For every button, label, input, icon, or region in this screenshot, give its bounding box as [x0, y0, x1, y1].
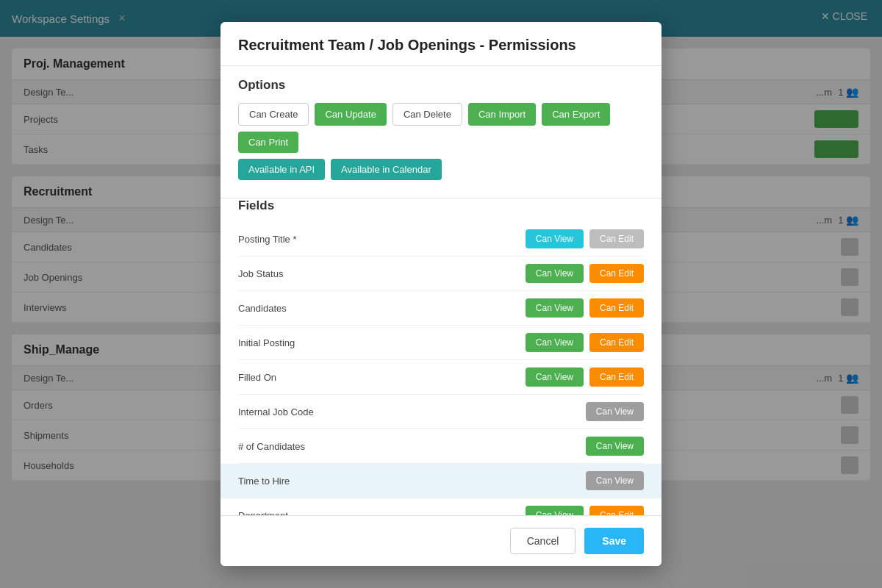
- can-edit-button[interactable]: Can Edit: [589, 333, 644, 352]
- field-name: Posting Title *: [238, 234, 526, 245]
- can-print-button[interactable]: Can Print: [238, 132, 298, 153]
- can-view-button[interactable]: Can View: [526, 333, 584, 352]
- permissions-modal: Recruitment Team / Job Openings - Permis…: [220, 22, 662, 566]
- field-actions: Can View: [586, 471, 644, 490]
- can-view-button[interactable]: Can View: [526, 298, 584, 318]
- modal-body: Options Can Create Can Update Can Delete…: [220, 66, 662, 515]
- field-name: Time to Hire: [238, 476, 586, 487]
- field-row-initial-posting: Initial Posting Can View Can Edit: [238, 326, 644, 360]
- available-in-api-button[interactable]: Available in API: [238, 159, 325, 180]
- can-view-button[interactable]: Can View: [586, 471, 644, 490]
- can-view-button[interactable]: Can View: [526, 506, 584, 515]
- field-name: Department: [238, 510, 526, 516]
- options-row-1: Can Create Can Update Can Delete Can Imp…: [238, 103, 644, 153]
- field-row-posting-title: Posting Title * Can View Can Edit: [238, 222, 644, 257]
- can-edit-button[interactable]: Can Edit: [589, 368, 644, 387]
- modal-footer: Cancel Save: [220, 515, 662, 566]
- available-in-calendar-button[interactable]: Available in Calendar: [331, 159, 442, 180]
- can-delete-button[interactable]: Can Delete: [392, 103, 462, 126]
- modal-header: Recruitment Team / Job Openings - Permis…: [220, 22, 662, 66]
- field-row-filled-on: Filled On Can View Can Edit: [238, 360, 644, 395]
- can-update-button[interactable]: Can Update: [315, 103, 386, 126]
- can-edit-button[interactable]: Can Edit: [589, 506, 644, 515]
- options-section-title: Options: [238, 78, 644, 93]
- field-actions: Can View Can Edit: [526, 298, 644, 318]
- field-name: Initial Posting: [238, 337, 526, 348]
- field-name: Filled On: [238, 372, 526, 383]
- field-row-time-to-hire: Time to Hire Can View: [220, 464, 662, 498]
- options-row-2: Available in API Available in Calendar: [238, 159, 644, 180]
- field-actions: Can View Can Edit: [526, 368, 644, 387]
- can-view-button[interactable]: Can View: [526, 368, 584, 387]
- options-section: Options Can Create Can Update Can Delete…: [220, 66, 662, 198]
- can-create-button[interactable]: Can Create: [238, 103, 309, 126]
- can-view-button[interactable]: Can View: [526, 229, 584, 248]
- modal-title: Recruitment Team / Job Openings - Permis…: [238, 37, 644, 54]
- field-actions: Can View Can Edit: [526, 333, 644, 352]
- fields-section-title: Fields: [238, 198, 644, 213]
- save-button[interactable]: Save: [584, 528, 644, 554]
- field-actions: Can View Can Edit: [526, 506, 644, 515]
- can-view-button[interactable]: Can View: [586, 402, 644, 421]
- field-name: Candidates: [238, 303, 526, 314]
- field-row-internal-job-code: Internal Job Code Can View: [238, 395, 644, 429]
- can-export-button[interactable]: Can Export: [542, 103, 610, 126]
- can-edit-button[interactable]: Can Edit: [589, 264, 644, 283]
- field-name: Internal Job Code: [238, 406, 586, 417]
- can-import-button[interactable]: Can Import: [468, 103, 536, 126]
- field-name: Job Status: [238, 268, 526, 279]
- field-row-job-status: Job Status Can View Can Edit: [238, 257, 644, 291]
- modal-overlay: Recruitment Team / Job Openings - Permis…: [0, 0, 882, 588]
- field-row-num-candidates: # of Candidates Can View: [238, 429, 644, 464]
- cancel-button[interactable]: Cancel: [510, 528, 576, 554]
- field-actions: Can View: [586, 402, 644, 421]
- field-row-department: Department Can View Can Edit: [238, 498, 644, 515]
- field-actions: Can View Can Edit: [526, 264, 644, 283]
- field-name: # of Candidates: [238, 441, 586, 452]
- can-edit-button[interactable]: Can Edit: [589, 229, 644, 248]
- can-view-button[interactable]: Can View: [586, 437, 644, 456]
- field-actions: Can View Can Edit: [526, 229, 644, 248]
- field-row-candidates: Candidates Can View Can Edit: [238, 291, 644, 326]
- fields-section: Fields Posting Title * Can View Can Edit…: [220, 198, 662, 515]
- field-actions: Can View: [586, 437, 644, 456]
- can-view-button[interactable]: Can View: [526, 264, 584, 283]
- can-edit-button[interactable]: Can Edit: [589, 298, 644, 318]
